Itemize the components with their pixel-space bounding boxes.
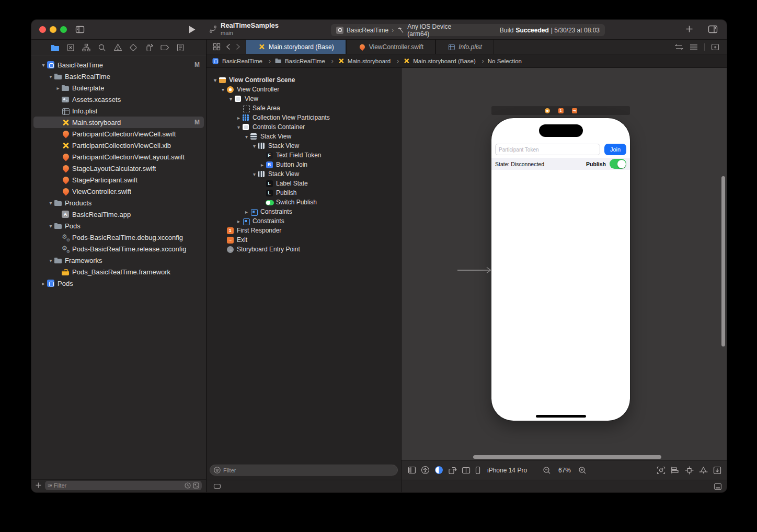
chevron-icon[interactable] bbox=[220, 87, 226, 92]
rotate-device-icon[interactable] bbox=[448, 466, 457, 475]
jump-bar-item[interactable]: Main.storyboard (Base) bbox=[403, 57, 488, 65]
filter-menu-icon[interactable]: ≡▾ bbox=[48, 483, 52, 488]
x-square-icon[interactable] bbox=[66, 43, 75, 52]
report-list-icon[interactable] bbox=[176, 43, 185, 52]
chevron-icon[interactable] bbox=[243, 209, 250, 215]
file-row[interactable]: Products bbox=[33, 197, 204, 209]
outline-row[interactable]: Exit bbox=[207, 235, 401, 245]
hide-outline-icon[interactable] bbox=[213, 483, 221, 489]
pin-constraints-icon[interactable] bbox=[685, 466, 694, 475]
chevron-icon[interactable] bbox=[259, 162, 266, 168]
scm-filter-icon[interactable] bbox=[193, 482, 199, 489]
accessibility-icon[interactable] bbox=[421, 466, 430, 475]
chevron-icon[interactable] bbox=[227, 96, 234, 102]
library-plus-icon[interactable] bbox=[685, 25, 693, 33]
zoom-window-button[interactable] bbox=[60, 26, 67, 33]
view-controller-icon[interactable] bbox=[545, 108, 550, 113]
file-row[interactable]: BasicRealTime bbox=[33, 71, 204, 82]
editor-layout-icon[interactable] bbox=[708, 25, 718, 33]
chevron-icon[interactable] bbox=[251, 143, 258, 149]
adjust-editor-lines-icon[interactable] bbox=[690, 44, 698, 50]
diamond-icon[interactable] bbox=[129, 43, 138, 52]
file-row[interactable]: Pods-BasicRealTime.debug.xcconfig bbox=[33, 232, 204, 243]
exit-icon[interactable]: ⇥ bbox=[572, 108, 577, 113]
chevron-icon[interactable] bbox=[235, 115, 242, 121]
jump-bar-item[interactable]: BasicRealTime bbox=[274, 57, 337, 65]
first-responder-icon[interactable]: 1 bbox=[558, 108, 564, 113]
split-view-icon[interactable] bbox=[462, 467, 471, 474]
file-row[interactable]: Assets.xcassets bbox=[33, 94, 204, 105]
chevron-icon[interactable] bbox=[40, 281, 47, 286]
file-row[interactable]: Main.storyboard M bbox=[33, 117, 204, 128]
run-destination[interactable]: Any iOS Device (arm64) bbox=[407, 23, 474, 38]
file-row[interactable]: ParticipantCollectionViewCell.xib bbox=[33, 140, 204, 151]
add-editor-icon[interactable] bbox=[711, 43, 719, 51]
file-row[interactable]: StageParticipant.swift bbox=[33, 174, 204, 186]
toggle-navigator-icon[interactable] bbox=[75, 25, 85, 34]
align-icon[interactable] bbox=[671, 466, 680, 474]
outline-row[interactable]: Constraints bbox=[207, 207, 401, 216]
file-row[interactable]: ParticipantCollectionViewCell.swift bbox=[33, 128, 204, 140]
iphone-canvas[interactable]: Participant Token Join State: Disconnect… bbox=[491, 118, 630, 421]
outline-row[interactable]: Constraints bbox=[207, 216, 401, 226]
swap-arrows-icon[interactable] bbox=[675, 44, 683, 50]
minimize-window-button[interactable] bbox=[50, 26, 56, 33]
outline-filter-field[interactable]: Filter bbox=[210, 465, 398, 476]
outline-row[interactable]: Text Field Token bbox=[207, 151, 401, 160]
embed-icon[interactable] bbox=[713, 466, 721, 475]
publish-switch[interactable] bbox=[610, 159, 626, 169]
horizontal-scrollbar[interactable] bbox=[473, 455, 661, 459]
chevron-icon[interactable] bbox=[47, 200, 54, 206]
join-button[interactable]: Join bbox=[604, 144, 626, 155]
toggle-bottom-panel-icon[interactable] bbox=[714, 483, 722, 490]
participant-token-field[interactable]: Participant Token bbox=[495, 144, 600, 155]
chevron-icon[interactable] bbox=[47, 258, 54, 263]
outline-row[interactable]: Storyboard Entry Point bbox=[207, 245, 401, 254]
resolve-layout-icon[interactable] bbox=[699, 466, 708, 474]
close-window-button[interactable] bbox=[39, 26, 46, 33]
storyboard-entry-arrow[interactable] bbox=[457, 266, 492, 274]
vertical-scrollbar[interactable] bbox=[721, 176, 725, 346]
file-row[interactable]: Pods_BasicRealTime.framework bbox=[33, 266, 204, 277]
chevron-icon[interactable] bbox=[235, 218, 242, 224]
breakpoint-tag-icon[interactable] bbox=[160, 43, 169, 52]
file-row[interactable]: Info.plist bbox=[33, 105, 204, 117]
storyboard-canvas[interactable]: 1 ⇥ Participant Token bbox=[402, 68, 727, 460]
chevron-icon[interactable] bbox=[54, 85, 62, 91]
outline-row[interactable]: Publish bbox=[207, 188, 401, 198]
file-row[interactable]: Boilerplate bbox=[33, 82, 204, 94]
chevron-icon[interactable] bbox=[47, 74, 54, 79]
run-button[interactable] bbox=[188, 25, 196, 34]
chevron-icon[interactable] bbox=[251, 171, 258, 177]
project-navigator-folder-icon[interactable] bbox=[50, 43, 60, 52]
outline-row[interactable]: Collection View Participants bbox=[207, 113, 401, 122]
file-row[interactable]: Pods-BasicRealTime.release.xcconfig bbox=[33, 243, 204, 255]
recent-clock-icon[interactable] bbox=[185, 482, 191, 489]
chevron-icon[interactable] bbox=[212, 77, 219, 83]
file-row[interactable]: Frameworks bbox=[33, 255, 204, 266]
build-status[interactable]: Build Succeeded | 5/30/23 at 08:03 bbox=[500, 27, 600, 34]
outline-row[interactable]: Safe Area bbox=[207, 103, 401, 113]
file-row[interactable]: StageLayoutCalculator.swift bbox=[33, 163, 204, 174]
add-file-plus-icon[interactable] bbox=[36, 482, 41, 488]
outline-row[interactable]: Label State bbox=[207, 179, 401, 188]
spray-can-icon[interactable] bbox=[144, 43, 154, 52]
zoom-in-icon[interactable] bbox=[578, 466, 587, 475]
search-icon[interactable] bbox=[97, 43, 107, 52]
device-name[interactable]: iPhone 14 Pro bbox=[487, 467, 527, 474]
outline-row[interactable]: Stack View bbox=[207, 141, 401, 151]
zoom-level[interactable]: 67% bbox=[558, 467, 571, 474]
jump-bar-item[interactable]: No Selection bbox=[488, 58, 524, 64]
outline-row[interactable]: Controls Container bbox=[207, 122, 401, 132]
file-row[interactable]: Pods bbox=[33, 277, 204, 289]
scheme-selector[interactable]: BasicRealTime › Any iOS Device (arm64) B… bbox=[331, 24, 605, 36]
file-row[interactable]: Pods bbox=[33, 220, 204, 232]
editor-tab[interactable]: Info.plist bbox=[435, 40, 494, 54]
device-icon[interactable] bbox=[475, 466, 480, 475]
outline-row[interactable]: View Controller Scene bbox=[207, 75, 401, 85]
outline-row[interactable]: First Responder bbox=[207, 226, 401, 235]
forward-chevron-icon[interactable] bbox=[236, 43, 240, 50]
appearance-toggle-icon[interactable] bbox=[434, 466, 443, 475]
hierarchy-icon[interactable] bbox=[82, 43, 91, 52]
outline-row[interactable]: Stack View bbox=[207, 132, 401, 141]
